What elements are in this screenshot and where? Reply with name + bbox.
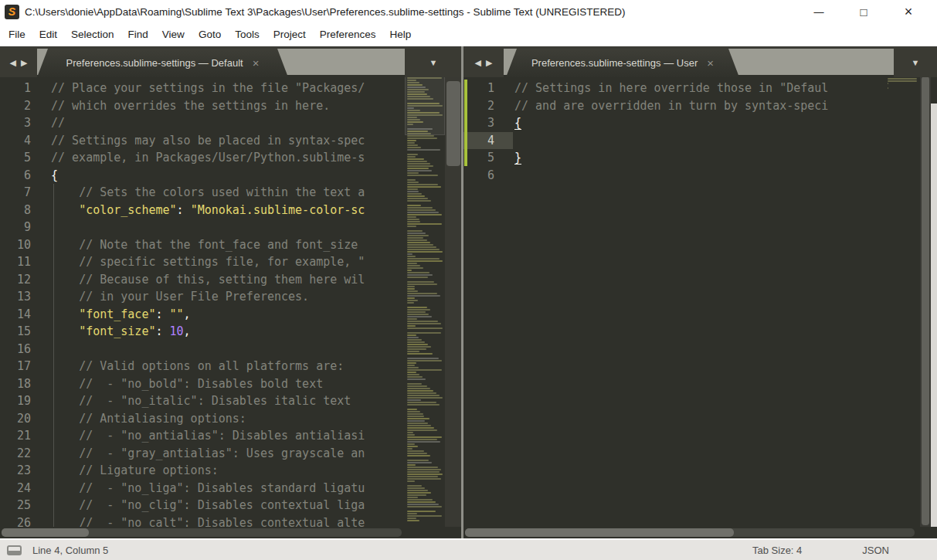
line-number: 1: [463, 80, 501, 97]
pane-user: 123456 // Settings in here override thos…: [463, 46, 937, 538]
minimap-user[interactable]: [885, 75, 920, 527]
line-number: 4: [0, 132, 37, 150]
tab-scroll-corner: ◀ ▶: [463, 49, 504, 77]
code-line: // - "no_antialias": Disables antialiasi: [51, 427, 405, 445]
line-number: 3: [463, 114, 501, 132]
menu-help[interactable]: Help: [383, 23, 419, 46]
code-line: [514, 132, 885, 150]
code-line: "color_scheme": "Monokai.sublime-color-s…: [51, 202, 405, 219]
code-line: // Ligature options:: [51, 462, 405, 480]
minimap-viewport[interactable]: [405, 75, 445, 135]
tab-dropdown-corner: ▼: [405, 49, 462, 77]
code-line: // - "no_bold": Disables bold text: [51, 375, 405, 393]
code-line: "font_size": 10,: [51, 323, 405, 341]
status-bar: Line 4, Column 5 Tab Size: 4 JSON: [0, 538, 937, 560]
tab-preferences-default[interactable]: Preferences.sublime-settings — Default ×: [37, 49, 288, 77]
editor-default[interactable]: 1234567891011121314151617181920212223242…: [0, 75, 462, 527]
horizontal-scrollbar-thumb[interactable]: [2, 528, 89, 537]
line-number: 17: [0, 358, 37, 375]
vertical-scrollbar-thumb[interactable]: [922, 76, 929, 525]
code-line: // Settings in here override those in "D…: [514, 80, 885, 97]
code-area-user[interactable]: 123456 // Settings in here override thos…: [463, 75, 885, 527]
syntax-indicator[interactable]: JSON: [862, 545, 889, 556]
menu-goto[interactable]: Goto: [192, 23, 228, 46]
code-area-default[interactable]: 1234567891011121314151617181920212223242…: [0, 75, 405, 527]
line-number: 11: [0, 253, 37, 271]
line-number: 6: [0, 167, 37, 185]
line-number: 8: [0, 202, 37, 219]
tab-scroll-left-icon[interactable]: ◀: [475, 59, 481, 67]
line-number: 12: [0, 271, 37, 289]
tab-scroll-right-icon[interactable]: ▶: [486, 59, 492, 67]
panel-toggle-icon[interactable]: [7, 545, 22, 555]
line-number: 21: [0, 427, 37, 445]
tab-scroll-corner: ◀ ▶: [0, 49, 37, 77]
menu-selection[interactable]: Selection: [64, 23, 121, 46]
tab-scroll-right-icon[interactable]: ▶: [21, 59, 27, 67]
editor-user[interactable]: 123456 // Settings in here override thos…: [463, 75, 937, 527]
menu-project[interactable]: Project: [267, 23, 313, 46]
tab-list-dropdown-icon[interactable]: ▼: [429, 59, 438, 67]
vertical-scrollbar-default[interactable]: [445, 75, 462, 527]
line-number: 5: [0, 149, 37, 167]
menu-tools[interactable]: Tools: [228, 23, 267, 46]
title-bar: S C:\Users\donie\AppData\Roaming\Sublime…: [0, 0, 937, 23]
tab-preferences-user[interactable]: Preferences.sublime-settings — User ×: [506, 49, 739, 77]
code-line: // Note that the font_face and font_size: [51, 236, 405, 254]
close-button[interactable]: ×: [886, 0, 931, 23]
code-line: // - "no_clig": Disables contextual liga: [51, 497, 405, 514]
code-line: // Place your settings in the file "Pack…: [51, 80, 405, 97]
window-edge-strip: [931, 104, 937, 527]
line-number: 1: [0, 80, 37, 97]
tab-title: Preferences.sublime-settings — User: [531, 57, 698, 69]
line-number: 24: [0, 480, 37, 497]
code-line: // Because of this, setting them here wi…: [51, 271, 405, 289]
window-controls: — □ ×: [796, 0, 931, 23]
gutter-default: 1234567891011121314151617181920212223242…: [0, 80, 37, 527]
horizontal-scrollbar-thumb[interactable]: [465, 528, 734, 537]
menu-edit[interactable]: Edit: [32, 23, 64, 46]
menu-preferences[interactable]: Preferences: [313, 23, 383, 46]
code-lines-default: // Place your settings in the file "Pack…: [51, 80, 405, 527]
tab-size-indicator[interactable]: Tab Size: 4: [752, 545, 802, 556]
tab-strip-default: ◀ ▶ Preferences.sublime-settings — Defau…: [0, 46, 462, 75]
tab-scroll-left-icon[interactable]: ◀: [10, 59, 16, 67]
horizontal-scrollbar-user[interactable]: [465, 528, 915, 537]
code-line: // in your User File Preferences.: [51, 288, 405, 306]
maximize-button[interactable]: □: [841, 0, 886, 23]
line-number: 23: [0, 462, 37, 480]
vertical-scrollbar-user[interactable]: [920, 75, 931, 527]
code-line: // - "gray_antialias": Uses grayscale an: [51, 445, 405, 463]
minimap-default[interactable]: [405, 75, 445, 527]
menu-view[interactable]: View: [155, 23, 192, 46]
line-number: 16: [0, 341, 37, 358]
line-number: 15: [0, 323, 37, 341]
menu-file[interactable]: File: [2, 23, 32, 46]
code-line: // - "no_calt": Disables contextual alte: [51, 514, 405, 528]
tab-close-icon[interactable]: ×: [707, 57, 714, 69]
tab-strip-user: ◀ ▶ Preferences.sublime-settings — User …: [463, 46, 937, 75]
vertical-scrollbar-thumb[interactable]: [446, 81, 460, 166]
tab-list-dropdown-icon[interactable]: ▼: [912, 59, 920, 67]
code-lines-user: // Settings in here override those in "D…: [514, 80, 885, 184]
code-line: [51, 341, 405, 358]
code-line: [51, 219, 405, 236]
code-line: {: [51, 167, 405, 185]
code-line: // - "no_italic": Disables italic text: [51, 392, 405, 410]
minimize-button[interactable]: —: [796, 0, 841, 23]
code-line: // Settings may also be placed in syntax…: [51, 132, 405, 150]
menu-find[interactable]: Find: [121, 23, 155, 46]
line-number: 14: [0, 306, 37, 324]
code-line: // Antialiasing options:: [51, 410, 405, 428]
horizontal-scrollbar-default[interactable]: [2, 528, 402, 537]
sublime-text-window: S C:\Users\donie\AppData\Roaming\Sublime…: [0, 0, 937, 560]
line-number: 26: [0, 514, 37, 528]
code-line: {: [514, 114, 885, 132]
workspace: 1234567891011121314151617181920212223242…: [0, 46, 937, 538]
line-number: 25: [0, 497, 37, 514]
tab-close-icon[interactable]: ×: [253, 57, 260, 69]
horizontal-scrollbar-zone: [0, 527, 462, 538]
line-number: 13: [0, 288, 37, 306]
horizontal-scrollbar-zone: [463, 527, 937, 538]
sublime-logo-icon: S: [5, 5, 19, 19]
